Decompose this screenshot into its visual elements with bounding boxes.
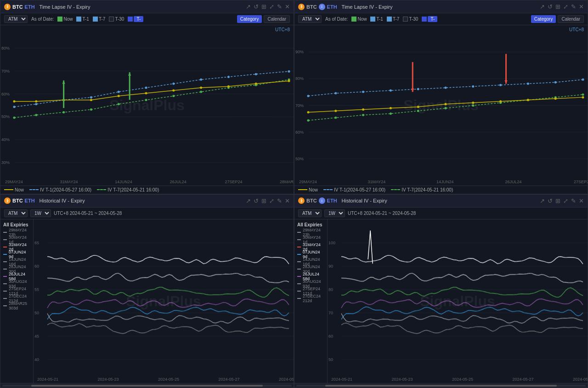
expand-icon-br[interactable]: ⤢ (563, 197, 568, 204)
scrollbar-br[interactable] (294, 383, 588, 388)
scrollbar-bl[interactable] (0, 383, 294, 388)
chart-main-br: SignalPlus (328, 219, 588, 383)
expiry-dot-28jun-br (297, 269, 301, 270)
expiry-dot-27sep-br (297, 291, 301, 292)
expiry-dot-07jun-bl (3, 254, 7, 255)
cb-box-t1-tl[interactable] (76, 17, 81, 22)
as-of-date-tr: As of Date: (325, 17, 348, 22)
cb-box-t7-tr[interactable] (387, 17, 392, 22)
expiry-28mar-bl[interactable]: 28MAR25 303d (0, 302, 33, 309)
external-link-icon-br[interactable]: ↗ (540, 197, 545, 204)
expiry-dot-29may-br (297, 232, 301, 233)
category-btn-tl[interactable]: Category (237, 15, 262, 23)
close-icon-tr[interactable]: ✕ (579, 3, 584, 10)
scrollbar-thumb-bl[interactable] (31, 385, 263, 387)
toolbar-bl: ATM 1W UTC+8 2024-05-21 ~ 2024-05-28 (0, 208, 294, 219)
eth-label-tr[interactable]: ETH (327, 4, 337, 10)
calendar-btn-tl[interactable]: Calendar (264, 15, 290, 23)
eth-icon-br[interactable]: Ξ (319, 197, 325, 204)
cb-t7-tl[interactable]: T-7 (93, 17, 105, 22)
close-icon-tl[interactable]: ✕ (285, 3, 290, 10)
legend-ivt1-tr: IV T-1(2024-05-27 16:00) (323, 187, 385, 192)
expiry-dot-29may-bl (3, 232, 7, 233)
expand-icon-tr[interactable]: ⤢ (563, 3, 568, 10)
close-icon-br[interactable]: ✕ (579, 197, 584, 204)
btc-icon-br[interactable]: ₿ (298, 197, 305, 204)
atm-select-bl[interactable]: ATM (4, 209, 28, 217)
expiry-dot-14jun-bl (3, 261, 7, 262)
panel-icons-tr: ↗ ↺ ⊞ ⤢ ✎ ✕ (540, 3, 584, 10)
eth-label-bl[interactable]: ETH (25, 198, 35, 203)
expiry-list-br: All Expiries 29MAY24 23h 30MAY24 1d 31MA… (294, 219, 328, 383)
coin-badge-br: ₿ BTC Ξ ETH (298, 197, 337, 204)
btc-icon-tl[interactable]: ₿ (4, 4, 11, 10)
cb-box-tactive-tr[interactable] (422, 17, 427, 22)
chart-area-tr: UTC+8 SignalPlus (294, 25, 588, 186)
atm-select-br[interactable]: ATM (298, 209, 322, 217)
grid-icon-br[interactable]: ⊞ (555, 197, 560, 204)
btc-label-br[interactable]: BTC (306, 198, 317, 203)
grid-icon-bl[interactable]: ⊞ (261, 197, 266, 204)
chart-main-bl: SignalPlus (34, 219, 294, 383)
cb-box-t1-tr[interactable] (370, 17, 375, 22)
utc-label-tr: UTC+8 (569, 27, 584, 32)
expand-icon-tl[interactable]: ⤢ (269, 3, 274, 10)
btc-icon-bl[interactable]: ₿ (4, 197, 11, 204)
eth-icon-tr[interactable]: Ξ (319, 4, 325, 10)
period-select-br[interactable]: 1W (324, 209, 345, 217)
cb-box-t30-tl[interactable] (109, 17, 114, 22)
panel-title-tl: Time Lapse IV - Expiry (40, 4, 90, 10)
expiry-27dec-br[interactable]: 27DEC24 212d (294, 295, 327, 302)
btc-icon-tr[interactable]: ₿ (298, 4, 305, 10)
period-select-bl[interactable]: 1W (30, 209, 51, 217)
legend-line-ivt1-tr (323, 189, 333, 190)
edit-icon-br[interactable]: ✎ (571, 197, 576, 204)
cb-t1-tr[interactable]: T-1 (370, 17, 383, 22)
expand-icon-bl[interactable]: ⤢ (269, 197, 274, 204)
eth-label-br[interactable]: ETH (327, 198, 337, 203)
close-icon-bl[interactable]: ✕ (285, 197, 290, 204)
grid-icon-tr[interactable]: ⊞ (555, 3, 560, 10)
expiry-dot-31may-bl (3, 247, 7, 247)
cb-box-now-tr[interactable] (351, 17, 356, 22)
refresh-icon-tr[interactable]: ↺ (548, 3, 553, 10)
atm-select-tr[interactable]: ATM (298, 15, 322, 23)
calendar-btn-tr[interactable]: Calendar (558, 15, 584, 23)
btc-label-tr[interactable]: BTC (306, 4, 317, 10)
expiry-dot-26jul-bl (3, 276, 7, 277)
cb-t1-tl[interactable]: T-1 (76, 17, 89, 22)
cb-box-tactive-tl[interactable] (128, 17, 133, 22)
btc-label-tl[interactable]: BTC (12, 4, 23, 10)
cb-now-tl[interactable]: Now (57, 17, 73, 22)
cb-box-t7-tl[interactable] (93, 17, 98, 22)
eth-label-tl[interactable]: ETH (25, 4, 35, 10)
external-link-icon-tl[interactable]: ↗ (246, 3, 251, 10)
expiry-dot-30may-bl (3, 239, 7, 240)
refresh-icon-br[interactable]: ↺ (548, 197, 553, 204)
cb-t7-tr[interactable]: T-7 (387, 17, 399, 22)
cb-box-t30-tr[interactable] (403, 17, 408, 22)
grid-icon-tl[interactable]: ⊞ (261, 3, 266, 10)
category-btn-tr[interactable]: Category (531, 15, 556, 23)
atm-select-tl[interactable]: ATM (4, 15, 28, 23)
external-link-icon-tr[interactable]: ↗ (540, 3, 545, 10)
scrollbar-thumb-br[interactable] (325, 385, 557, 387)
chart-canvas-br (328, 219, 588, 383)
panel-title-tr: Time Lapse IV - Expiry (342, 4, 393, 10)
btc-label-bl[interactable]: BTC (12, 198, 23, 203)
refresh-icon-tl[interactable]: ↺ (254, 3, 259, 10)
cb-box-now-tl[interactable] (57, 17, 62, 22)
edit-icon-bl[interactable]: ✎ (277, 197, 282, 204)
cb-tactive-tr[interactable]: T- (422, 16, 437, 22)
expiry-dot-27sep-bl (3, 291, 7, 292)
edit-icon-tl[interactable]: ✎ (277, 3, 282, 10)
cb-t30-tl[interactable]: T-30 (109, 17, 124, 22)
edit-icon-tr[interactable]: ✎ (571, 3, 576, 10)
panel-bottom-right: ₿ BTC Ξ ETH Historical IV - Expiry ↗ ↺ ⊞… (294, 194, 588, 388)
cb-now-tr[interactable]: Now (351, 17, 367, 22)
refresh-icon-bl[interactable]: ↺ (254, 197, 259, 204)
main-grid: ₿ BTC ETH Time Lapse IV - Expiry ↗ ↺ ⊞ ⤢… (0, 0, 588, 388)
external-link-icon-bl[interactable]: ↗ (246, 197, 251, 204)
cb-tactive-tl[interactable]: T- (128, 16, 143, 22)
cb-t30-tr[interactable]: T-30 (403, 17, 418, 22)
